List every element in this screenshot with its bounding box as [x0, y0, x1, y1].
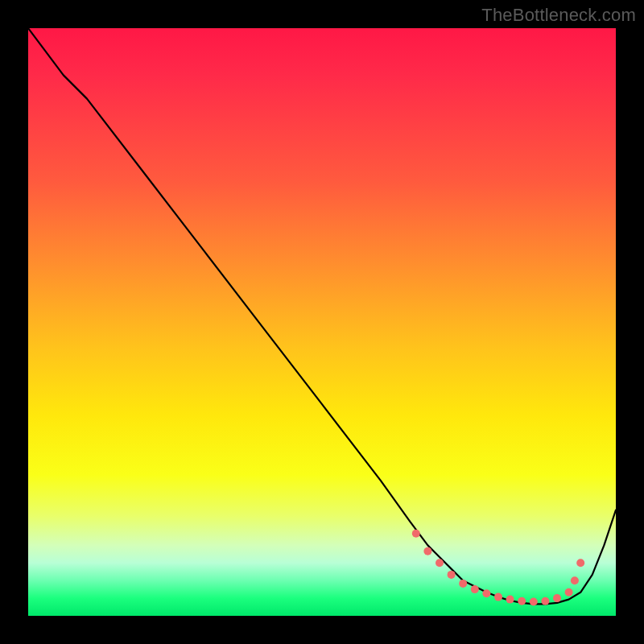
chart-frame: TheBottleneck.com	[0, 0, 644, 644]
marker-dot	[471, 585, 479, 593]
curve-line	[28, 28, 616, 604]
marker-dot	[506, 596, 514, 604]
marker-dot	[576, 559, 584, 567]
marker-dot	[482, 589, 490, 597]
marker-dot	[571, 576, 579, 584]
marker-dot	[412, 530, 420, 538]
marker-dot	[518, 597, 526, 605]
marker-dot	[530, 598, 538, 606]
plot-area	[28, 28, 616, 616]
marker-dot	[541, 597, 549, 605]
highlight-markers	[412, 530, 584, 606]
marker-dot	[448, 571, 456, 579]
marker-dot	[553, 594, 561, 602]
marker-dot	[494, 593, 502, 601]
marker-dot	[565, 588, 573, 597]
source-watermark: TheBottleneck.com	[481, 5, 636, 26]
marker-dot	[436, 559, 444, 567]
marker-dot	[423, 547, 431, 555]
marker-dot	[459, 580, 467, 588]
chart-overlay-svg	[28, 28, 616, 616]
